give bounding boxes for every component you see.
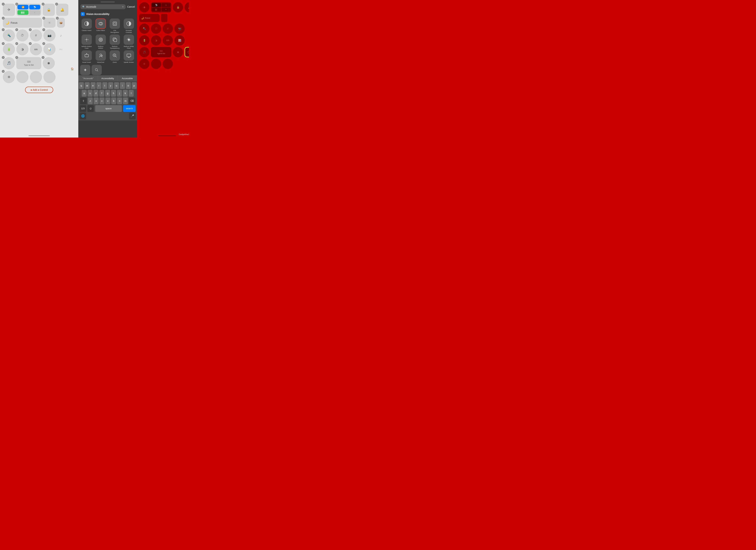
r-sound-button[interactable]: 📊 bbox=[174, 35, 185, 46]
r-airplane-button[interactable]: ✈ bbox=[139, 2, 149, 12]
speak-screen-icon[interactable] bbox=[124, 50, 134, 61]
color-filters-icon[interactable] bbox=[96, 19, 106, 29]
voiceover-item[interactable]: VoiceOver bbox=[94, 50, 107, 63]
r-bluetooth-button[interactable]: ✦ bbox=[161, 8, 170, 12]
key-h[interactable]: h bbox=[111, 90, 116, 97]
dark-mode-button[interactable]: − ◑ bbox=[16, 43, 28, 55]
shazam-button[interactable]: − 🎵 bbox=[3, 57, 15, 69]
suggestion-accessible[interactable]: Accessible bbox=[118, 76, 137, 81]
key-i[interactable]: i bbox=[120, 82, 125, 89]
vehicle-motion-icon[interactable] bbox=[82, 35, 92, 45]
minus-icon[interactable]: − bbox=[15, 56, 18, 59]
minus-icon[interactable]: − bbox=[2, 28, 5, 31]
minus-icon[interactable]: − bbox=[15, 3, 18, 6]
extra-search-icon[interactable] bbox=[91, 65, 102, 75]
speak-screen-item[interactable]: Speak Screen bbox=[122, 50, 135, 63]
minus-icon[interactable]: − bbox=[2, 3, 5, 6]
minus-icon[interactable]: − bbox=[2, 56, 5, 59]
minus-icon[interactable]: − bbox=[2, 70, 5, 73]
r-type-to-siri-button[interactable]: ⌨ Type to Siri bbox=[151, 47, 171, 57]
key-d[interactable]: d bbox=[93, 90, 98, 97]
key-w[interactable]: w bbox=[85, 82, 90, 89]
key-t[interactable]: t bbox=[102, 82, 107, 89]
space-key[interactable]: space bbox=[95, 105, 122, 112]
key-y[interactable]: y bbox=[108, 82, 113, 89]
search-key[interactable]: search bbox=[123, 105, 136, 112]
vehicle-motion-item[interactable]: Vehicle Motion Cues bbox=[80, 35, 93, 49]
extra-brightness-item[interactable] bbox=[80, 65, 90, 75]
r-battery-button[interactable]: 🔋 bbox=[139, 35, 149, 46]
lock-button[interactable]: − 🔒 bbox=[43, 4, 55, 16]
torch-button[interactable]: − 🔦 bbox=[3, 29, 15, 41]
minus-icon[interactable]: − bbox=[42, 17, 45, 20]
r-record-button[interactable]: ⏺ bbox=[173, 47, 183, 57]
airdrop-button[interactable]: 📡 bbox=[29, 5, 40, 9]
r-shazam-button[interactable]: 🎵 bbox=[139, 47, 149, 57]
reduce-motion-icon[interactable] bbox=[96, 35, 106, 45]
key-q[interactable]: q bbox=[79, 82, 84, 89]
r-calc-button[interactable]: # bbox=[163, 23, 173, 34]
r-bell-button[interactable]: 🔔 bbox=[185, 2, 189, 12]
type-to-siri-button[interactable]: ⌨ Type to Siri bbox=[16, 57, 41, 69]
minus-icon[interactable]: − bbox=[55, 3, 58, 6]
key-z[interactable]: z bbox=[88, 98, 93, 104]
sparkle-button[interactable]: − ✻ bbox=[3, 71, 15, 83]
extra-search-item[interactable] bbox=[91, 65, 102, 75]
camera-button[interactable]: − 📷 bbox=[43, 29, 56, 41]
small-button[interactable]: − 📦 bbox=[57, 18, 65, 28]
reduce-motion-item[interactable]: Reduce Motion bbox=[94, 35, 107, 49]
bluetooth-button[interactable]: ✦ bbox=[29, 10, 40, 15]
brightness-button[interactable]: − ☀ bbox=[43, 18, 56, 28]
calculator-button[interactable]: − # bbox=[30, 29, 42, 41]
suggestion-accessibility[interactable]: Accessibility bbox=[98, 76, 117, 81]
minus-icon[interactable]: − bbox=[29, 28, 32, 31]
key-x[interactable]: x bbox=[94, 98, 99, 104]
r-airdrop-button[interactable]: ◎ bbox=[161, 3, 170, 7]
key-e[interactable]: e bbox=[91, 82, 96, 89]
smart-invert-item[interactable]: Smart Invert bbox=[80, 50, 93, 63]
key-g[interactable]: g bbox=[105, 90, 110, 97]
color-filters-item[interactable]: Color Filters bbox=[94, 19, 107, 33]
minus-icon[interactable]: − bbox=[42, 56, 44, 59]
backspace-key[interactable]: ⌫ bbox=[129, 98, 135, 104]
key-n[interactable]: n bbox=[117, 98, 122, 104]
extra-brightness-icon[interactable] bbox=[80, 65, 90, 75]
key-k[interactable]: k bbox=[123, 90, 128, 97]
emoji-key[interactable]: ☺ bbox=[87, 105, 94, 112]
connectivity-group[interactable]: 📶 📡 ▌▌▌ ✦ bbox=[16, 4, 41, 16]
key-f[interactable]: f bbox=[99, 90, 104, 97]
key-s[interactable]: s bbox=[88, 90, 93, 97]
key-l[interactable]: l bbox=[129, 90, 134, 97]
live-recognition-item[interactable]: Live Recognition bbox=[108, 19, 121, 33]
key-u[interactable]: u bbox=[114, 82, 119, 89]
r-color-filters-button[interactable] bbox=[185, 47, 189, 57]
shift-key[interactable]: ⇧ bbox=[80, 98, 87, 104]
search-input-wrap[interactable]: 🔍 Accessib ✕ bbox=[80, 4, 126, 9]
minus-icon[interactable]: − bbox=[2, 17, 5, 20]
reduce-white-point-icon[interactable] bbox=[124, 35, 134, 45]
voiceover-icon[interactable] bbox=[96, 50, 106, 61]
minus-icon[interactable]: − bbox=[29, 42, 32, 45]
increase-contrast-icon[interactable] bbox=[124, 19, 134, 29]
reduce-transparency-icon[interactable] bbox=[110, 35, 120, 45]
mic-key[interactable]: 🎤 bbox=[129, 113, 136, 119]
bell-button[interactable]: − 🔔 bbox=[56, 4, 68, 16]
r-torch-button[interactable]: 🔦 bbox=[139, 23, 149, 34]
r-sparkle-button[interactable]: ✻ bbox=[139, 59, 149, 69]
cellular-button[interactable]: ▌▌▌ bbox=[17, 10, 28, 15]
minus-icon[interactable]: − bbox=[15, 42, 18, 45]
key-a[interactable]: a bbox=[82, 90, 87, 97]
classic-invert-item[interactable]: Classic Invert bbox=[80, 19, 93, 33]
r-dark-mode-button[interactable]: ◑ bbox=[151, 35, 161, 46]
zoom-item[interactable]: Zoom bbox=[108, 50, 121, 63]
add-control-button[interactable]: ● Add a Control bbox=[25, 87, 53, 93]
airplane-button[interactable]: − ✈ bbox=[3, 4, 15, 16]
key-b[interactable]: b bbox=[111, 98, 116, 104]
sound-button[interactable]: − 📊 bbox=[43, 43, 56, 55]
minus-icon[interactable]: − bbox=[42, 3, 44, 6]
live-recognition-icon[interactable] bbox=[110, 19, 120, 29]
r-wifi-button[interactable]: 📡 bbox=[152, 3, 161, 7]
r-cellular-button[interactable]: ▌▌ bbox=[152, 8, 161, 12]
minus-icon[interactable]: − bbox=[56, 17, 59, 20]
key-j[interactable]: j bbox=[117, 90, 122, 97]
